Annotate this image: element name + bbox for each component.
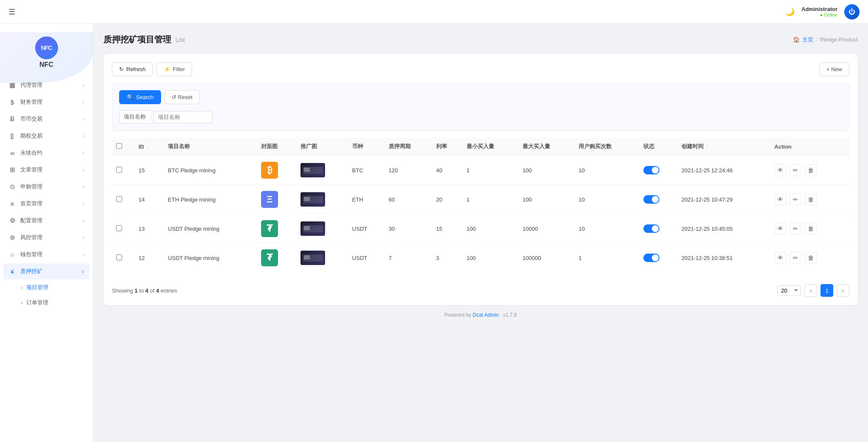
breadcrumb: 🏠 主页 / Pledge-Product: [793, 36, 858, 44]
delete-button-2[interactable]: 🗑: [805, 223, 817, 235]
cell-count-0: 10: [574, 156, 639, 185]
row-checkbox-0[interactable]: [116, 167, 122, 173]
config-label: 配置管理: [20, 217, 42, 224]
row-checkbox-3[interactable]: [116, 254, 122, 260]
cell-coin-1: ETH: [348, 185, 384, 214]
row-checkbox-1[interactable]: [116, 196, 122, 202]
cell-count-2: 10: [574, 214, 639, 243]
cell-name-0: BTC Pledge mining: [164, 156, 257, 185]
edit-button-3[interactable]: ✏: [790, 252, 801, 264]
cell-max-3: 100000: [518, 243, 574, 273]
page-size-select[interactable]: 20 10 50 100: [777, 285, 801, 296]
sidebar-item-crypto[interactable]: Ƀ币币交易 ›: [3, 111, 89, 127]
sidebar-logo: NFC NFC: [0, 32, 93, 77]
view-button-2[interactable]: 👁: [774, 223, 786, 235]
search-icon: 🔍: [127, 94, 134, 100]
status-toggle-3[interactable]: [643, 254, 659, 262]
dot-icon-2: ○: [20, 301, 23, 305]
new-button[interactable]: + New: [819, 62, 849, 76]
prev-page-button[interactable]: ‹: [804, 284, 817, 297]
sidebar-item-wallet[interactable]: ○钱包管理 ›: [3, 246, 89, 262]
home-icon: ≡: [8, 200, 16, 207]
sidebar-item-options[interactable]: ₿期权交易 ›: [3, 128, 89, 144]
refresh-button[interactable]: ↻ Refresh: [112, 62, 153, 76]
delete-button-3[interactable]: 🗑: [805, 252, 817, 264]
edit-button-2[interactable]: ✏: [790, 223, 801, 235]
perpetual-icon: ∞: [8, 149, 16, 157]
view-button-1[interactable]: 👁: [774, 193, 786, 205]
user-info: Administrator Online: [801, 6, 837, 17]
cell-created-3: 2021-12-25 10:38:51: [677, 243, 770, 273]
select-all-checkbox[interactable]: [116, 143, 122, 149]
col-user-count: 用户购买次数: [574, 138, 639, 156]
sidebar-item-subscription[interactable]: ⊙申购管理 ›: [3, 179, 89, 195]
subscription-icon: ⊙: [8, 183, 16, 191]
search-button[interactable]: 🔍 Search: [119, 90, 161, 104]
sidebar-item-config[interactable]: ⚙配置管理 ›: [3, 213, 89, 229]
submenu-item-order[interactable]: ○ 订单管理: [15, 296, 89, 310]
cell-period-3: 7: [384, 243, 432, 273]
status-toggle-0[interactable]: [643, 166, 659, 174]
cell-min-2: 100: [462, 214, 518, 243]
cell-name-3: USDT Pledge mining: [164, 243, 257, 273]
search-area: 🔍 Search ↺ Reset 项目名称: [112, 83, 849, 131]
power-button[interactable]: ⏻: [844, 4, 860, 19]
filter-button[interactable]: ⚡ Filter: [156, 62, 192, 76]
moon-icon[interactable]: 🌙: [785, 7, 795, 17]
toolbar: ↻ Refresh ⚡ Filter + New: [112, 62, 849, 76]
project-name-label: 项目名称: [119, 110, 150, 124]
sidebar-item-risk[interactable]: ⊜风控管理 ›: [3, 229, 89, 246]
col-name: 项目名称: [164, 138, 257, 156]
page-1-button[interactable]: 1: [821, 284, 833, 297]
footer-link[interactable]: Dcat Admin: [473, 312, 498, 318]
finance-label: 财务管理: [20, 98, 42, 106]
cell-max-0: 100: [518, 156, 574, 185]
crypto-icon: Ƀ: [8, 115, 16, 123]
sidebar-item-pledge[interactable]: ¥质押挖矿 ∨: [3, 263, 89, 279]
cell-count-1: 10: [574, 185, 639, 214]
edit-button-1[interactable]: ✏: [790, 193, 801, 205]
sidebar-item-finance[interactable]: $财务管理 ›: [3, 94, 89, 110]
status-toggle-1[interactable]: [643, 195, 659, 204]
col-status: 状态: [639, 138, 677, 156]
page-total: 4: [156, 287, 159, 294]
hamburger-icon[interactable]: ☰: [8, 7, 15, 17]
sidebar: NFC NFC ▦代理管理 › $财务管理 › Ƀ币币交易 › ₿期权交易 ›: [0, 24, 93, 442]
submenu-pledge: ○ 项目管理 ○ 订单管理: [3, 280, 89, 310]
cell-min-3: 100: [462, 243, 518, 273]
cell-action-2: 👁 ✏ 🗑: [770, 214, 849, 243]
breadcrumb-home-link[interactable]: 主页: [802, 36, 813, 44]
cell-rate-1: 20: [432, 185, 462, 214]
table-row: 14 ETH Pledge mining Ξ ETH 60 20 1 100 1…: [112, 185, 849, 214]
edit-button-0[interactable]: ✏: [790, 164, 801, 176]
project-name-field-group: 项目名称: [119, 110, 213, 124]
next-page-button[interactable]: ›: [837, 284, 849, 297]
sidebar-item-article[interactable]: ⊞文章管理 ›: [3, 162, 89, 178]
risk-icon: ⊜: [8, 234, 16, 241]
cell-coin-0: BTC: [348, 156, 384, 185]
cell-cover-1: Ξ: [257, 185, 296, 214]
sidebar-item-perpetual[interactable]: ∞永续合约 ›: [3, 145, 89, 161]
topbar: ☰ 🌙 Administrator Online ⏻: [0, 0, 868, 24]
submenu-item-project[interactable]: ○ 项目管理: [15, 280, 89, 295]
sidebar-item-agency[interactable]: ▦代理管理 ›: [3, 77, 89, 93]
options-label: 期权交易: [20, 132, 42, 140]
cell-promo-0: [296, 156, 348, 185]
status-toggle-2[interactable]: [643, 224, 659, 233]
sidebar-item-home[interactable]: ≡首页管理 ›: [3, 196, 89, 212]
page-title: 质押挖矿项目管理: [103, 34, 171, 45]
cell-period-1: 60: [384, 185, 432, 214]
crypto-label: 币币交易: [20, 115, 42, 123]
submenu-project-label: 项目管理: [26, 284, 48, 291]
col-min-buy: 最小买入量: [462, 138, 518, 156]
project-name-input[interactable]: [153, 111, 213, 123]
cell-created-1: 2021-12-25 10:47:29: [677, 185, 770, 214]
reset-button[interactable]: ↺ Reset: [164, 90, 200, 104]
row-checkbox-2[interactable]: [116, 225, 122, 231]
delete-button-0[interactable]: 🗑: [805, 164, 817, 176]
view-button-3[interactable]: 👁: [774, 252, 786, 264]
article-label: 文章管理: [20, 166, 42, 174]
view-button-0[interactable]: 👁: [774, 164, 786, 176]
cell-action-3: 👁 ✏ 🗑: [770, 243, 849, 273]
delete-button-1[interactable]: 🗑: [805, 193, 817, 205]
